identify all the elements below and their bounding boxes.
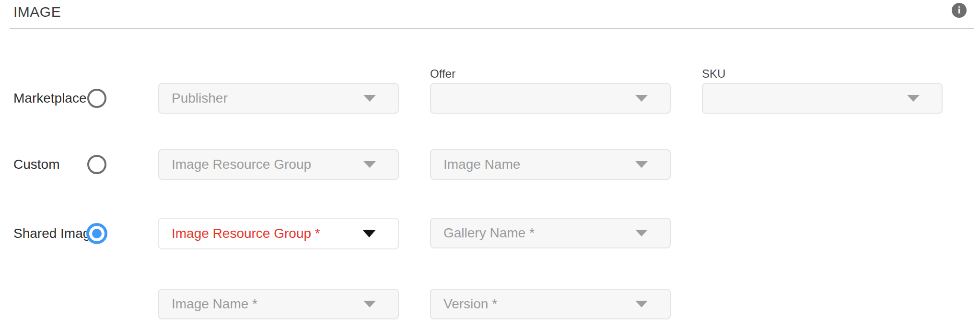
chevron-down-icon: [907, 95, 920, 102]
shared-image-resource-group-dropdown[interactable]: Image Resource Group *: [158, 218, 399, 249]
page-title: IMAGE: [13, 4, 61, 20]
custom-image-name-placeholder: Image Name: [443, 157, 520, 172]
info-icon: i: [958, 4, 961, 16]
sku-label: SKU: [702, 67, 725, 81]
custom-radio[interactable]: [87, 155, 106, 174]
sku-dropdown[interactable]: [702, 83, 943, 114]
offer-label: Offer: [430, 67, 455, 81]
info-button[interactable]: i: [952, 3, 967, 18]
shared-version-dropdown[interactable]: Version *: [430, 289, 671, 319]
shared-image-radio[interactable]: [86, 223, 107, 244]
custom-image-name-dropdown[interactable]: Image Name: [430, 149, 671, 180]
shared-image-label: Shared Image: [13, 225, 98, 242]
chevron-down-icon: [635, 161, 648, 168]
publisher-dropdown[interactable]: Publisher: [158, 83, 399, 114]
chevron-down-icon: [635, 230, 648, 236]
publisher-placeholder: Publisher: [172, 91, 228, 106]
shared-gallery-name-placeholder: Gallery Name *: [443, 225, 535, 241]
radio-dot: [92, 229, 102, 238]
chevron-down-icon: [635, 301, 648, 307]
shared-version-placeholder: Version *: [443, 296, 497, 312]
chevron-down-icon: [363, 95, 376, 102]
offer-dropdown[interactable]: [430, 83, 671, 114]
custom-image-resource-group-dropdown[interactable]: Image Resource Group: [158, 149, 399, 180]
custom-image-resource-group-placeholder: Image Resource Group: [172, 157, 311, 172]
chevron-down-icon: [363, 161, 376, 168]
section-divider: [10, 28, 974, 29]
chevron-down-icon: [635, 95, 648, 102]
custom-label: Custom: [13, 156, 59, 173]
marketplace-radio[interactable]: [87, 89, 106, 108]
chevron-down-icon: [362, 230, 376, 237]
shared-image-name-placeholder: Image Name *: [172, 296, 257, 312]
shared-gallery-name-dropdown[interactable]: Gallery Name *: [430, 218, 671, 248]
chevron-down-icon: [363, 301, 376, 307]
shared-image-name-dropdown[interactable]: Image Name *: [158, 289, 399, 319]
marketplace-label: Marketplace: [13, 90, 87, 106]
image-section: IMAGE i Marketplace Publisher Offer SKU …: [0, 0, 980, 329]
shared-image-resource-group-placeholder: Image Resource Group *: [172, 226, 320, 241]
